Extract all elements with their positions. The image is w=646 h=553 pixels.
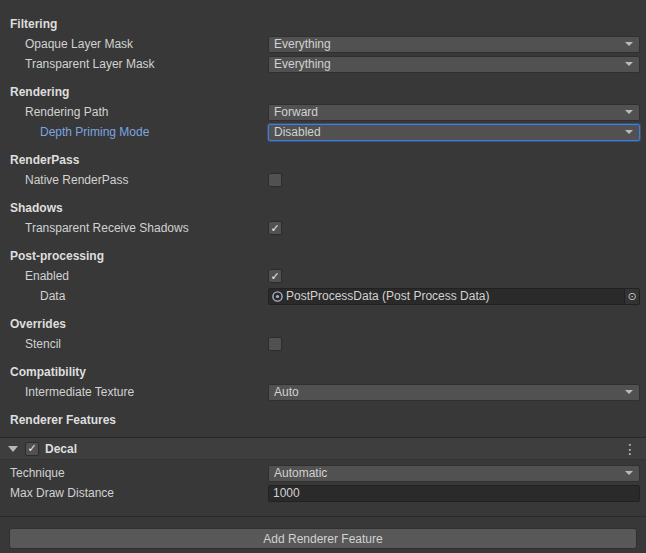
technique-dropdown[interactable]: Automatic [268,465,640,482]
add-renderer-feature-button[interactable]: Add Renderer Feature [9,528,637,549]
urp-renderer-inspector: Filtering Opaque Layer Mask Everything T… [0,0,646,549]
chevron-down-icon [625,42,633,46]
dropdown-value: Everything [274,57,621,72]
section-header-rendering: Rendering [0,82,646,102]
native-renderpass-checkbox[interactable] [268,173,282,187]
section-header-shadows: Shadows [0,198,646,218]
depth-priming-mode-label: Depth Priming Mode [0,125,268,139]
foldout-arrow-icon[interactable] [8,446,18,452]
row-stencil: Stencil [0,334,646,354]
section-header-post-processing: Post-processing [0,246,646,266]
technique-label: Technique [0,466,268,480]
opaque-layer-mask-label: Opaque Layer Mask [0,37,268,51]
section-header-compatibility: Compatibility [0,362,646,382]
opaque-layer-mask-dropdown[interactable]: Everything [268,36,640,53]
check-icon: ✓ [270,223,279,234]
add-feature-area: Add Renderer Feature [9,528,637,549]
row-technique: Technique Automatic [0,463,646,483]
check-icon: ✓ [27,443,36,454]
post-process-data-object-field[interactable]: PostProcessData (Post Process Data) ⊙ [268,288,640,305]
bottom-divider [0,516,646,517]
chevron-down-icon [625,62,633,66]
dropdown-value: Automatic [274,466,621,481]
transparent-layer-mask-label: Transparent Layer Mask [0,57,268,71]
dropdown-value: Forward [274,105,621,120]
row-post-processing-enabled: Enabled ✓ [0,266,646,286]
section-header-renderer-features: Renderer Features [0,410,646,430]
stencil-checkbox[interactable] [268,337,282,351]
check-icon: ✓ [270,271,279,282]
chevron-down-icon [625,110,633,114]
row-intermediate-texture: Intermediate Texture Auto [0,382,646,402]
transparent-layer-mask-dropdown[interactable]: Everything [268,56,640,73]
rendering-path-label: Rendering Path [0,105,268,119]
renderer-feature-decal: ✓ Decal ⋮ Technique Automatic Max Draw D… [0,437,646,503]
rendering-path-dropdown[interactable]: Forward [268,104,640,121]
dropdown-value: Disabled [274,125,621,140]
post-processing-enabled-label: Enabled [0,269,268,283]
row-depth-priming-mode: Depth Priming Mode Disabled [0,122,646,142]
decal-feature-header[interactable]: ✓ Decal ⋮ [0,438,646,460]
section-header-renderpass: RenderPass [0,150,646,170]
dropdown-value: Auto [274,385,621,400]
row-native-renderpass: Native RenderPass [0,170,646,190]
depth-priming-mode-dropdown[interactable]: Disabled [268,124,640,141]
intermediate-texture-label: Intermediate Texture [0,385,268,399]
intermediate-texture-dropdown[interactable]: Auto [268,384,640,401]
chevron-down-icon [625,390,633,394]
post-processing-enabled-checkbox[interactable]: ✓ [268,269,282,283]
row-transparent-layer-mask: Transparent Layer Mask Everything [0,54,646,74]
transparent-receive-shadows-label: Transparent Receive Shadows [0,221,268,235]
decal-enabled-checkbox[interactable]: ✓ [25,442,39,456]
scriptable-object-asset-icon [271,290,284,303]
max-draw-distance-label: Max Draw Distance [0,486,268,500]
kebab-menu-icon[interactable]: ⋮ [620,442,640,456]
section-header-overrides: Overrides [0,314,646,334]
row-transparent-receive-shadows: Transparent Receive Shadows ✓ [0,218,646,238]
row-opaque-layer-mask: Opaque Layer Mask Everything [0,34,646,54]
decal-feature-title: Decal [45,442,77,456]
stencil-label: Stencil [0,337,268,351]
post-processing-data-label: Data [0,289,268,303]
object-picker-icon[interactable]: ⊙ [624,289,639,304]
dropdown-value: Everything [274,37,621,52]
section-header-filtering: Filtering [0,14,646,34]
object-field-value: PostProcessData (Post Process Data) [286,289,624,304]
chevron-down-icon [625,130,633,134]
decal-feature-body: Technique Automatic Max Draw Distance [0,460,646,503]
row-max-draw-distance: Max Draw Distance [0,483,646,503]
row-rendering-path: Rendering Path Forward [0,102,646,122]
max-draw-distance-input[interactable] [268,485,640,502]
transparent-receive-shadows-checkbox[interactable]: ✓ [268,221,282,235]
row-post-processing-data: Data PostProcessData (Post Process Data)… [0,286,646,306]
chevron-down-icon [625,471,633,475]
native-renderpass-label: Native RenderPass [0,173,268,187]
